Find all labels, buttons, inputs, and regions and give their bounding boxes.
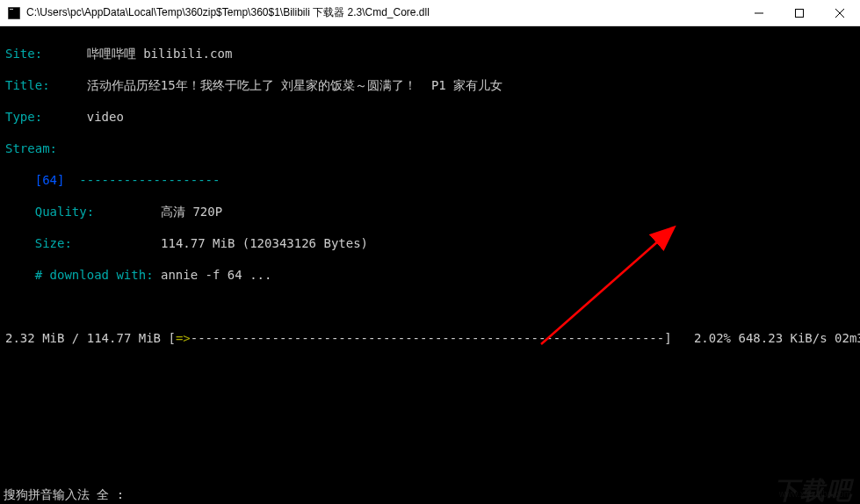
type-label: Type: (5, 110, 42, 124)
title-value: 活动作品历经15年！我终于吃上了 刘星家的饭菜～圆满了！ P1 家有儿女 (87, 78, 502, 92)
quality-label: Quality: (35, 205, 94, 219)
quality-value: 高清 720P (161, 205, 222, 219)
close-button[interactable] (820, 0, 860, 25)
progress-percent: 2.02% (694, 330, 731, 346)
progress-line: 2.32 MiB / 114.77 MiB [=>---------------… (5, 330, 855, 346)
site-value: 哔哩哔哩 bilibili.com (87, 47, 233, 61)
progress-eta: 02m38s (835, 330, 860, 346)
window-titlebar: C:\Users\pc\AppData\Local\Temp\360zip$Te… (0, 0, 860, 26)
download-hint-label: # download with: (35, 268, 154, 282)
window-controls (739, 0, 860, 25)
downloaded-size: 2.32 MiB (5, 330, 64, 346)
site-label: Site: (5, 47, 42, 61)
stream-dashes: ------------------- (79, 173, 220, 187)
total-size: 114.77 MiB (87, 330, 161, 346)
terminal-output: Site: 哔哩哔哩 bilibili.com Title: 活动作品历经15年… (0, 26, 860, 504)
download-hint-value: annie -f 64 ... (161, 268, 271, 282)
progress-bar-fill: => (176, 330, 191, 346)
window-title: C:\Users\pc\AppData\Local\Temp\360zip$Te… (26, 5, 739, 20)
size-value: 114.77 MiB (120343126 Bytes) (161, 236, 368, 250)
stream-id: [64] (35, 173, 65, 187)
size-label: Size: (35, 236, 72, 250)
stream-label: Stream: (5, 141, 57, 155)
watermark-url: www.xiazaiba.com (779, 486, 851, 502)
maximize-button[interactable] (779, 0, 820, 25)
svg-rect-1 (10, 9, 13, 10)
ime-status: 搜狗拼音输入法 全 : (0, 485, 127, 504)
progress-speed: 648.23 KiB/s (731, 330, 835, 346)
svg-rect-3 (796, 9, 804, 17)
cmd-icon (7, 6, 21, 20)
title-label: Title: (5, 78, 50, 92)
type-value: video (87, 110, 124, 124)
minimize-button[interactable] (739, 0, 779, 25)
progress-bar-empty: ----------------------------------------… (191, 330, 664, 346)
